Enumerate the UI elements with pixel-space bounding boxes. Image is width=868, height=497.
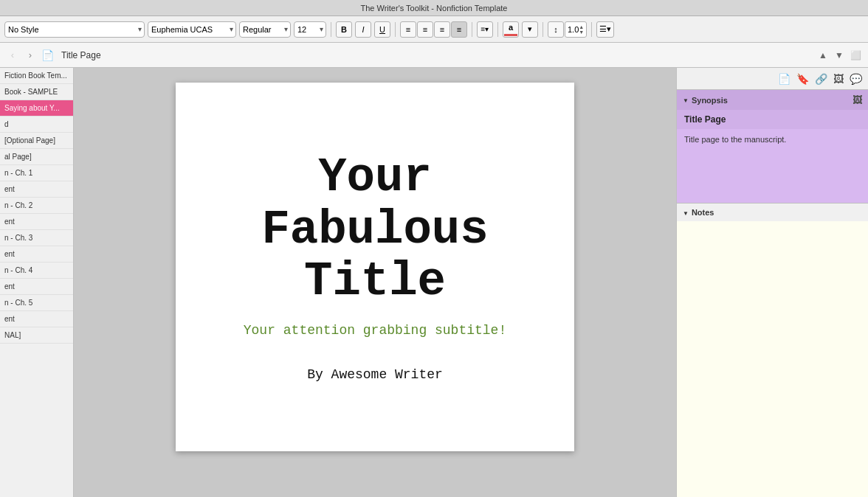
underline-button[interactable]: U [374, 21, 390, 38]
sidebar-item-8[interactable]: n - Ch. 2 [0, 198, 73, 214]
sidebar-item-10[interactable]: n - Ch. 3 [0, 230, 73, 246]
align-right-button[interactable]: ≡ [434, 21, 450, 38]
sidebar-item-6[interactable]: n - Ch. 1 [0, 165, 73, 181]
panel-note-icon[interactable]: 💬 [850, 73, 862, 85]
sidebar-item-12[interactable]: n - Ch. 4 [0, 263, 73, 279]
align-left-button[interactable]: ≡ [400, 21, 416, 38]
highlight-color-button[interactable]: ▾ [522, 21, 538, 38]
content-area: Your Fabulous Title Your attention grabb… [74, 68, 676, 497]
line-height-control: ↕ 1.0 ▲ ▼ [548, 21, 587, 38]
document-subtitle: Your attention grabbing subtitle! [244, 323, 506, 338]
separator-6 [591, 22, 592, 37]
nav-right-controls: ▲ ▼ ⬜ [816, 49, 862, 62]
weight-select[interactable]: Regular [239, 21, 291, 38]
sidebar-item-9[interactable]: ent [0, 214, 73, 230]
separator-1 [331, 22, 331, 37]
nav-forward-button[interactable]: › [24, 49, 37, 62]
separator-2 [395, 22, 396, 37]
right-panel: 📄 🔖 🔗 🖼 💬 Synopsis 🖼 Title Page Title pa… [676, 68, 868, 497]
style-select[interactable]: No Style [4, 21, 145, 38]
separator-3 [472, 22, 472, 37]
italic-button[interactable]: I [355, 21, 371, 38]
sidebar-item-0[interactable]: Fiction Book Tem... [0, 68, 73, 84]
sidebar-item-1[interactable]: Book - SAMPLE [0, 84, 73, 100]
sidebar: Fiction Book Tem... Book - SAMPLE Saying… [0, 68, 74, 497]
line-height-down[interactable]: ▼ [579, 29, 584, 35]
main-layout: Fiction Book Tem... Book - SAMPLE Saying… [0, 68, 868, 497]
align-group: ≡ ≡ ≡ ≡ [400, 21, 467, 38]
line-height-value: 1.0 [568, 25, 579, 34]
nav-expand-up-button[interactable]: ▲ [816, 49, 830, 62]
synopsis-body: Title page to the manuscript. [677, 129, 868, 203]
notes-section: Notes [677, 203, 868, 497]
title-bar: The Writer's Toolkit - Nonfiction Templa… [0, 0, 868, 16]
nav-page-title: Title Page [61, 50, 812, 60]
notes-header: Notes [677, 203, 868, 221]
document-page: Your Fabulous Title Your attention grabb… [176, 83, 574, 451]
sidebar-item-3[interactable]: d [0, 117, 73, 133]
style-select-wrapper[interactable]: No Style [4, 21, 145, 38]
font-color-button[interactable]: a [503, 21, 519, 38]
document-author: By Awesome Writer [307, 367, 443, 382]
notes-body[interactable] [677, 221, 868, 497]
panel-link-icon[interactable]: 🔗 [815, 73, 827, 85]
font-select[interactable]: Euphemia UCAS [148, 21, 236, 38]
panel-image-icon[interactable]: 🖼 [833, 73, 844, 85]
nav-back-button[interactable]: ‹ [6, 49, 19, 62]
nav-doc-icon: 📄 [41, 49, 54, 61]
notes-toggle[interactable] [683, 208, 689, 217]
notes-label: Notes [692, 208, 714, 217]
nav-bar: ‹ › 📄 Title Page ▲ ▼ ⬜ [0, 43, 868, 68]
align-center-button[interactable]: ≡ [417, 21, 433, 38]
synopsis-toggle[interactable] [683, 96, 689, 104]
panel-icon-bar: 📄 🔖 🔗 🖼 💬 [677, 68, 868, 90]
synopsis-section: Synopsis 🖼 Title Page Title page to the … [677, 90, 868, 203]
nav-fullscreen-button[interactable]: ⬜ [849, 49, 862, 62]
sidebar-item-15[interactable]: ent [0, 311, 73, 327]
line-height-arrows[interactable]: ▲ ▼ [579, 21, 584, 38]
sidebar-item-5[interactable]: al Page] [0, 149, 73, 165]
sidebar-item-13[interactable]: ent [0, 279, 73, 295]
bold-button[interactable]: B [336, 21, 352, 38]
window-title: The Writer's Toolkit - Nonfiction Templa… [361, 4, 508, 13]
line-height-icon-button[interactable]: ↕ [548, 21, 564, 38]
line-height-up[interactable]: ▲ [579, 24, 584, 29]
sidebar-item-16[interactable]: NAL] [0, 327, 73, 344]
separator-5 [542, 22, 543, 37]
size-select[interactable]: 12 [294, 21, 326, 38]
sidebar-item-11[interactable]: ent [0, 246, 73, 263]
panel-doc-icon[interactable]: 📄 [778, 73, 790, 85]
font-select-wrapper[interactable]: Euphemia UCAS [148, 21, 236, 38]
list-button[interactable]: ≡▾ [477, 21, 493, 38]
sidebar-item-2[interactable]: Saying about Y... [0, 100, 73, 117]
synopsis-title: Title Page [677, 110, 868, 129]
sidebar-item-14[interactable]: n - Ch. 5 [0, 295, 73, 311]
synopsis-label: Synopsis [692, 96, 728, 105]
synopsis-header: Synopsis 🖼 [677, 90, 868, 110]
size-select-wrapper[interactable]: 12 [294, 21, 326, 38]
sidebar-item-4[interactable]: [Optional Page] [0, 133, 73, 149]
document-main-title: Your Fabulous Title [205, 152, 545, 307]
nav-expand-down-button[interactable]: ▼ [833, 49, 846, 62]
toolbar: No Style Euphemia UCAS Regular 12 B I U … [0, 16, 868, 43]
synopsis-image-icon[interactable]: 🖼 [852, 94, 862, 105]
weight-select-wrapper[interactable]: Regular [239, 21, 291, 38]
sidebar-item-7[interactable]: ent [0, 181, 73, 198]
align-justify-button[interactable]: ≡ [451, 21, 467, 38]
panel-bookmark-icon[interactable]: 🔖 [796, 73, 809, 85]
list-style-button[interactable]: ☰▾ [596, 21, 614, 38]
separator-4 [497, 22, 498, 37]
